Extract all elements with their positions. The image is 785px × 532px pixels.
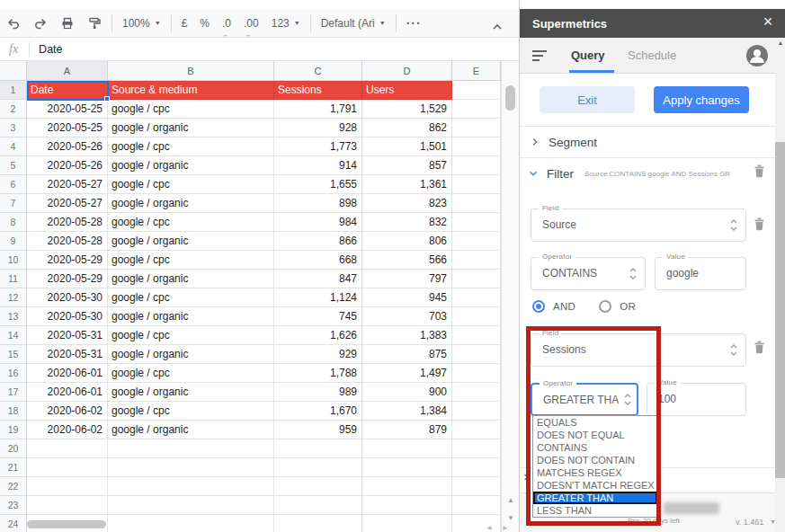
scrollbar-thumb[interactable] [505,85,515,111]
cell[interactable]: google / organic [108,119,274,137]
cell[interactable]: 745 [274,307,362,326]
cell[interactable] [452,213,501,232]
exit-button[interactable]: Exit [540,86,635,113]
cell[interactable]: 1,501 [362,137,452,156]
operator-option[interactable]: GREATER THAN [533,492,657,504]
cell[interactable]: 1,773 [274,137,362,156]
cell[interactable]: 875 [362,345,452,364]
cell[interactable]: 832 [362,213,452,232]
cell[interactable]: google / cpc [108,251,274,270]
cell[interactable]: 928 [274,119,362,137]
more-options-button[interactable]: ··· [400,13,428,34]
row-header-6[interactable]: 6 [0,175,27,194]
row-header-8[interactable]: 8 [0,213,27,232]
cell[interactable]: google / cpc [108,364,274,383]
cell[interactable]: 2020-05-31 [27,345,108,364]
panel-scrollbar[interactable] [775,38,785,532]
cell[interactable]: 2020-06-02 [27,402,108,421]
row-header-11[interactable]: 11 [0,270,27,288]
scroll-up-icon[interactable]: ▲ [502,496,520,504]
operator-option[interactable]: MATCHES REGEX [533,466,657,479]
cell[interactable] [452,326,501,345]
value-input-1[interactable]: Value google [655,257,746,290]
value-input-2[interactable]: Value 100 [647,383,746,416]
cell[interactable] [452,81,501,100]
row-header-3[interactable]: 3 [0,119,27,137]
column-header-c[interactable]: C [274,61,362,81]
cell[interactable]: 668 [274,251,362,270]
cell[interactable] [362,439,452,458]
chevron-right-icon[interactable] [521,470,531,486]
cell[interactable]: google / cpc [108,175,274,194]
cell[interactable] [362,458,452,477]
cell[interactable] [452,288,501,307]
number-format-menu[interactable]: 123 ▼ [265,13,307,34]
cell[interactable] [274,496,362,515]
cell[interactable] [452,175,501,194]
cell[interactable]: 847 [274,270,362,288]
cell[interactable]: 898 [274,194,362,213]
cell[interactable]: 2020-05-28 [27,213,108,232]
cell[interactable]: google / organic [108,232,274,251]
close-icon[interactable]: × [758,13,778,31]
row-header-7[interactable]: 7 [0,194,27,213]
scroll-right-icon[interactable]: ► [502,524,509,532]
font-select[interactable]: Default (Ari... ▼ [315,13,392,34]
cell[interactable]: 2020-06-02 [27,421,108,439]
cell[interactable] [452,270,501,288]
print-button[interactable] [54,13,81,34]
scrollbar-thumb[interactable] [775,142,785,478]
row-header-18[interactable]: 18 [0,402,27,421]
tab-query[interactable]: Query [571,49,605,62]
cell[interactable]: google / cpc [108,402,274,421]
cell[interactable]: 2020-05-25 [27,119,108,137]
cell[interactable] [452,137,501,156]
cell[interactable]: 862 [362,119,452,137]
row-header-16[interactable]: 16 [0,364,27,383]
cell[interactable] [27,439,108,458]
cell[interactable]: 806 [362,232,452,251]
undo-button[interactable] [0,13,27,34]
scroll-down-icon[interactable]: ▼ [502,514,520,522]
apply-changes-button[interactable]: Apply changes [654,86,749,113]
cell[interactable]: google / cpc [108,326,274,345]
cell[interactable] [452,251,501,270]
operator-option[interactable]: DOES NOT CONTAIN [533,454,657,466]
cell[interactable]: google / cpc [108,137,274,156]
cell[interactable]: 1,383 [362,326,452,345]
cell[interactable] [452,100,501,119]
cell[interactable]: 1,788 [274,364,362,383]
cell[interactable]: 2020-05-30 [27,288,108,307]
segment-section-header[interactable]: Segment [520,127,775,157]
cell[interactable]: google / organic [108,421,274,439]
cell[interactable]: 823 [362,194,452,213]
cell[interactable]: 566 [362,251,452,270]
cell[interactable] [452,402,501,421]
cell[interactable]: Source & medium [108,81,274,100]
cell[interactable]: 2020-05-29 [27,251,108,270]
field-select-2[interactable]: Field Sessions [531,333,746,367]
column-header-d[interactable]: D [362,61,452,81]
operator-select-1[interactable]: Operator CONTAINS [531,257,646,290]
cell[interactable]: 2020-05-26 [27,137,108,156]
cell[interactable]: google / cpc [108,100,274,119]
delete-condition-2-icon[interactable] [754,341,765,358]
cell[interactable] [452,515,501,532]
cell[interactable]: 2020-05-28 [27,232,108,251]
cell[interactable] [108,515,274,532]
field-select-1[interactable]: Field Source [531,208,746,242]
cell[interactable]: 900 [362,383,452,402]
scroll-left-icon[interactable]: ◄ [486,524,493,532]
cell[interactable] [27,458,108,477]
cell[interactable]: 2020-05-30 [27,307,108,326]
cell[interactable]: 914 [274,156,362,175]
cell[interactable]: 1,670 [274,402,362,421]
cell[interactable]: 2020-06-01 [27,383,108,402]
cell[interactable] [27,477,108,496]
increase-decimal-button[interactable]: .00 → [237,13,265,34]
row-header-4[interactable]: 4 [0,137,27,156]
cell[interactable] [452,383,501,402]
redo-button[interactable] [27,13,54,34]
cell[interactable] [274,458,362,477]
column-header-b[interactable]: B [108,61,274,81]
